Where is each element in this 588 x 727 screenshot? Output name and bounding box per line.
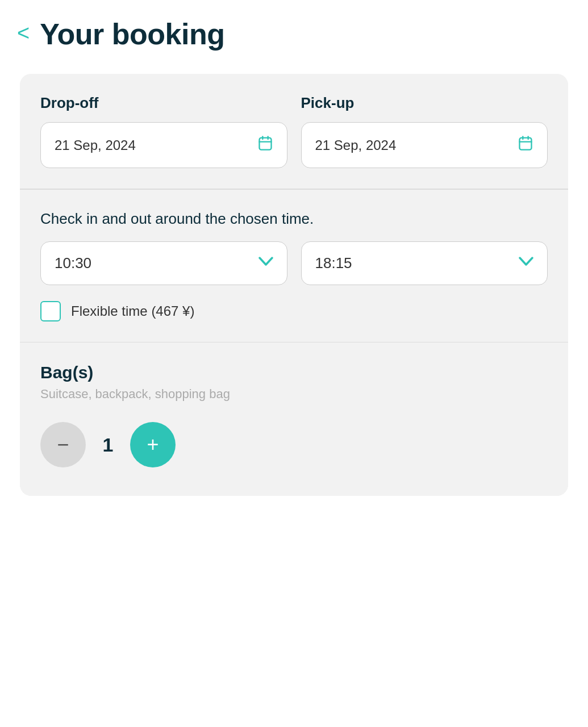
dropoff-calendar-icon: [257, 135, 273, 155]
dropoff-label: Drop-off: [40, 94, 287, 112]
time-section: Check in and out around the chosen time.…: [20, 190, 568, 342]
time-row: 10:30 18:15: [40, 241, 548, 285]
date-section: Drop-off 21 Sep, 2024 Pick-up: [20, 74, 568, 189]
bags-count-value: 1: [99, 434, 116, 456]
flexible-time-row[interactable]: Flexible time (467 ¥): [40, 301, 548, 321]
page-title: Your booking: [40, 17, 224, 51]
date-row: Drop-off 21 Sep, 2024 Pick-up: [40, 94, 548, 168]
bags-section: Bag(s) Suitcase, backpack, shopping bag …: [20, 342, 568, 496]
main-card: Drop-off 21 Sep, 2024 Pick-up: [20, 74, 568, 496]
dropoff-date-input[interactable]: 21 Sep, 2024: [40, 122, 287, 168]
checkin-chevron-icon: [258, 256, 273, 270]
checkin-time-value: 10:30: [55, 254, 91, 272]
flexible-time-checkbox[interactable]: [40, 301, 61, 321]
page-header: < Your booking: [0, 0, 588, 68]
pickup-date-value: 21 Sep, 2024: [315, 137, 397, 153]
checkout-chevron-icon: [519, 256, 533, 270]
bags-subtitle: Suitcase, backpack, shopping bag: [40, 387, 548, 402]
dropoff-col: Drop-off 21 Sep, 2024: [40, 94, 287, 168]
bags-decrease-button[interactable]: −: [40, 422, 86, 467]
checkin-time-dropdown[interactable]: 10:30: [40, 241, 287, 285]
checkout-time-value: 18:15: [315, 254, 352, 272]
svg-rect-4: [520, 138, 532, 150]
dropoff-date-value: 21 Sep, 2024: [55, 137, 136, 153]
pickup-label: Pick-up: [301, 94, 548, 112]
time-hint: Check in and out around the chosen time.: [40, 210, 548, 228]
bags-title: Bag(s): [40, 363, 548, 382]
pickup-col: Pick-up 21 Sep, 2024: [301, 94, 548, 168]
bags-increase-button[interactable]: +: [130, 422, 176, 467]
back-button[interactable]: <: [17, 22, 30, 44]
flexible-time-label: Flexible time (467 ¥): [71, 303, 194, 319]
svg-rect-0: [259, 138, 271, 150]
pickup-calendar-icon: [518, 135, 533, 155]
pickup-date-input[interactable]: 21 Sep, 2024: [301, 122, 548, 168]
bags-stepper: − 1 +: [40, 422, 548, 467]
checkout-time-dropdown[interactable]: 18:15: [301, 241, 548, 285]
